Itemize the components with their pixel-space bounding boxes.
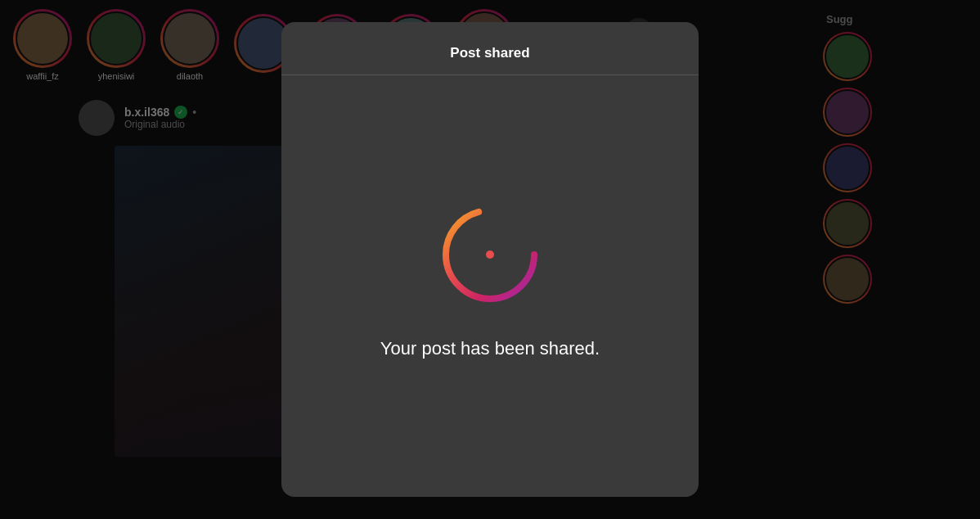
spinner-dot (486, 250, 494, 259)
modal-title: Post shared (281, 42, 699, 75)
loading-spinner (433, 197, 547, 312)
modal-message: Your post has been shared. (380, 338, 600, 359)
post-shared-modal: Post shared Your post has been shared. (281, 22, 699, 497)
modal-body: Your post has been shared. (348, 75, 632, 464)
